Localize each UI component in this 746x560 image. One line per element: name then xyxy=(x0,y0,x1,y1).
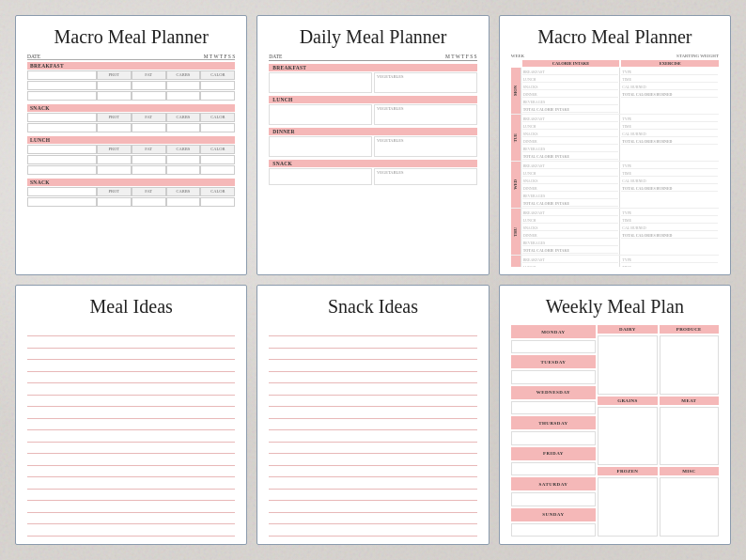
card-snack-ideas: Snack Ideas xyxy=(256,285,489,545)
card3-week-row: WEEK STARTING WEIGHT xyxy=(511,54,719,58)
snack-line-12 xyxy=(269,457,476,466)
card-weekly-meal-plan: Weekly Meal Plan MONDAY TUESDAY WEDNESDA… xyxy=(499,285,731,545)
card1-carbs-1: CARBS xyxy=(166,70,201,80)
card3-line-d: DINNER xyxy=(522,92,619,98)
card1-snack2-row xyxy=(27,197,235,207)
card1-carbs-s1: CARBS xyxy=(166,113,201,122)
card3-fri-label: FRI xyxy=(511,256,521,267)
card3-col2-header: EXERCISE xyxy=(621,60,719,67)
card2-lunch-row: VEGETABLES xyxy=(269,104,476,125)
card1-b-cal2 xyxy=(200,91,235,101)
meal-line-7 xyxy=(27,397,235,407)
card6-friday: FRIDAY xyxy=(511,447,597,460)
card2-dinner-box xyxy=(269,136,372,157)
card2-snack-label: SNACK xyxy=(269,160,476,167)
snack-line-18 xyxy=(269,527,476,537)
card1-s1-c1 xyxy=(166,123,201,132)
meal-line-13 xyxy=(27,468,235,477)
card2-lunch-veg: VEGETABLES xyxy=(374,104,477,125)
card6-wednesday-content xyxy=(511,401,597,414)
card1-b-cal1 xyxy=(200,81,235,90)
meal-line-17 xyxy=(27,515,235,524)
snack-line-15 xyxy=(269,491,476,501)
card3-type: TYPE xyxy=(621,70,718,75)
card3-cal-burned: CAL BURNED xyxy=(621,85,718,90)
card6-meat-box xyxy=(660,407,719,466)
card3-mon-content: BREAKFAST LUNCH SNACKS DINNER BEVERAGES … xyxy=(521,68,719,114)
card3-wed-exercise: TYPE TIME CAL BURNED TOTAL CALORIES BURN… xyxy=(619,162,719,208)
snack-line-11 xyxy=(269,444,476,454)
card2-breakfast-row: VEGETABLES xyxy=(269,72,476,93)
card1-l-food1 xyxy=(27,155,97,164)
card3-tue-time: TIME xyxy=(621,124,718,130)
meal-line-14 xyxy=(27,480,235,490)
card2-days: M T W T F S S xyxy=(445,54,477,59)
card3-wed-label: WED xyxy=(511,162,521,208)
card3-tue-intake: BREAKFAST LUNCH SNACKS DINNER BEVERAGES … xyxy=(521,115,620,161)
card1-breakfast-row2 xyxy=(27,91,235,101)
card-macro-weekly: Macro Meal Planner WEEK STARTING WEIGHT … xyxy=(499,15,731,275)
card5-title: Snack Ideas xyxy=(269,295,476,318)
card3-line-l: LUNCH xyxy=(522,77,619,83)
card1-b-food2 xyxy=(27,91,97,101)
card3-fri-exercise: TYPE TIME CAL BURNED TOTAL CALORIES BURN… xyxy=(619,256,719,267)
card3-title: Macro Meal Planner xyxy=(511,25,719,48)
card3-total-burned: TOTAL CALORIES BURNED xyxy=(621,92,718,98)
card3-fri-intake: BREAKFAST LUNCH SNACKS DINNER BEVERAGES … xyxy=(521,256,620,267)
snack-line-13 xyxy=(269,468,476,477)
card1-fat-1: FAT xyxy=(132,70,166,80)
card3-mon-intake: BREAKFAST LUNCH SNACKS DINNER BEVERAGES … xyxy=(521,68,620,114)
card3-fri-ex-lines: TYPE TIME CAL BURNED TOTAL CALORIES BURN… xyxy=(621,257,718,267)
card1-prot-s1: PROT xyxy=(97,113,132,122)
card6-dairy-box xyxy=(598,335,657,395)
snack-line-4 xyxy=(269,363,476,372)
card6-title: Weekly Meal Plan xyxy=(511,295,719,318)
card6-thursday: THURSDAY xyxy=(511,416,597,429)
card3-tue-row: TUE BREAKFAST LUNCH SNACKS DINNER BEVERA… xyxy=(511,115,719,162)
card3-col1-header: CALORIE INTAKE xyxy=(522,60,620,67)
card2-date-label: DATE xyxy=(269,54,282,59)
card3-week-label: WEEK xyxy=(511,54,524,58)
card6-produce-box xyxy=(660,335,719,395)
snack-line-16 xyxy=(269,504,476,513)
card1-l-food2 xyxy=(27,165,97,175)
card6-grains-label: GRAINS xyxy=(598,397,657,405)
card1-lunch-headers: PROT FAT CARBS CALOR xyxy=(27,145,235,154)
card1-fat-s1: FAT xyxy=(132,113,166,122)
meal-line-16 xyxy=(27,504,235,513)
snack-line-17 xyxy=(269,515,476,524)
card6-grains-box xyxy=(598,407,657,466)
card2-veg2-label: VEGETABLES xyxy=(375,105,476,112)
card1-l-cal1 xyxy=(200,155,235,164)
card3-fri-lines: BREAKFAST LUNCH SNACKS DINNER BEVERAGES … xyxy=(522,257,619,267)
snack-line-7 xyxy=(269,397,476,407)
card2-date-bar: DATE M T W T F S S xyxy=(269,54,476,61)
card2-breakfast-box xyxy=(269,72,372,93)
card1-snack2-label: SNACK xyxy=(27,179,235,186)
card2-title: Daily Meal Planner xyxy=(269,25,476,48)
card6-wednesday: WEDNESDAY xyxy=(511,386,597,399)
meal-line-11 xyxy=(27,444,235,454)
card1-l-p2 xyxy=(97,165,132,175)
card3-line-b: BREAKFAST xyxy=(522,70,619,75)
card1-b-c2 xyxy=(166,91,201,101)
card6-sunday-content xyxy=(511,523,597,537)
card4-title: Meal Ideas xyxy=(27,295,235,318)
card6-dairy-label: DAIRY xyxy=(598,325,657,334)
card1-carbs-l: CARBS xyxy=(166,145,201,154)
card3-mon-intake-lines: BREAKFAST LUNCH SNACKS DINNER BEVERAGES … xyxy=(522,69,619,113)
card1-b-f2 xyxy=(132,91,166,101)
card1-s1-p1 xyxy=(97,123,132,132)
card1-b-p1 xyxy=(97,81,132,90)
card6-tuesday: TUESDAY xyxy=(511,355,597,368)
card2-lunch-label: LUNCH xyxy=(269,96,476,103)
card2-veg1-label: VEGETABLES xyxy=(375,73,476,80)
card3-day-grid: MON BREAKFAST LUNCH SNACKS DINNER BEVERA… xyxy=(511,68,719,267)
card1-l-name xyxy=(27,145,97,154)
meal-line-3 xyxy=(27,350,235,360)
card2-snack: SNACK VEGETABLES xyxy=(269,160,476,185)
card3-tue-bev: BEVERAGES xyxy=(522,147,619,152)
snack-line-8 xyxy=(269,410,476,419)
card3-line-s: SNACKS xyxy=(522,85,619,90)
card3-mon-label: MON xyxy=(511,68,521,114)
